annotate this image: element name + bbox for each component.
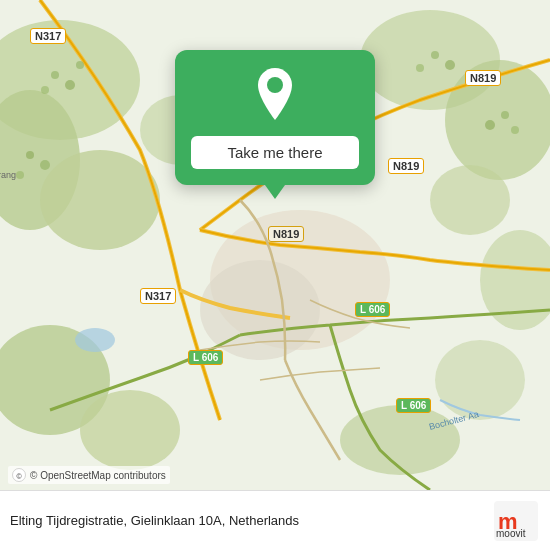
- osm-text: © OpenStreetMap contributors: [30, 470, 166, 481]
- location-pin-icon: [251, 68, 299, 124]
- road-label-n317-tl: N317: [30, 28, 66, 44]
- svg-point-20: [26, 151, 34, 159]
- svg-text:©: ©: [16, 473, 22, 480]
- svg-point-21: [40, 160, 50, 170]
- svg-point-31: [267, 77, 283, 93]
- osm-logo-icon: ©: [12, 468, 26, 482]
- road-label-l606-r1: L 606: [355, 302, 390, 317]
- svg-point-11: [435, 340, 525, 420]
- svg-point-25: [416, 64, 424, 72]
- map-container: rang Bocholter Aa N317 N819 N819 N819 N3…: [0, 0, 550, 490]
- svg-point-17: [65, 80, 75, 90]
- svg-point-10: [80, 390, 180, 470]
- svg-point-3: [40, 150, 160, 250]
- address-text: Elting Tijdregistratie, Gielinklaan 10A,…: [10, 513, 299, 528]
- svg-point-15: [75, 328, 115, 352]
- bottom-bar: Elting Tijdregistratie, Gielinklaan 10A,…: [0, 490, 550, 550]
- svg-point-18: [41, 86, 49, 94]
- moovit-logo: m moovit: [494, 501, 538, 541]
- location-popup: Take me there: [175, 50, 375, 185]
- svg-text:rang: rang: [0, 170, 16, 180]
- moovit-logo-icon: m moovit: [494, 501, 538, 541]
- road-label-l606-br: L 606: [396, 398, 431, 413]
- bottom-bar-address-section: Elting Tijdregistratie, Gielinklaan 10A,…: [10, 513, 299, 528]
- road-label-l606-b1: L 606: [188, 350, 223, 365]
- svg-point-19: [76, 61, 84, 69]
- road-label-n819-road: N819: [268, 226, 304, 242]
- svg-point-28: [511, 126, 519, 134]
- svg-point-22: [16, 171, 24, 179]
- svg-point-26: [501, 111, 509, 119]
- svg-point-23: [431, 51, 439, 59]
- svg-point-24: [445, 60, 455, 70]
- road-label-n819-tr: N819: [465, 70, 501, 86]
- svg-point-12: [340, 405, 460, 475]
- osm-attribution: © © OpenStreetMap contributors: [8, 466, 170, 484]
- svg-point-27: [485, 120, 495, 130]
- svg-text:moovit: moovit: [496, 528, 526, 539]
- road-label-n819-mid: N819: [388, 158, 424, 174]
- svg-point-16: [51, 71, 59, 79]
- take-me-there-button[interactable]: Take me there: [191, 136, 359, 169]
- road-label-n317-bl: N317: [140, 288, 176, 304]
- svg-point-7: [430, 165, 510, 235]
